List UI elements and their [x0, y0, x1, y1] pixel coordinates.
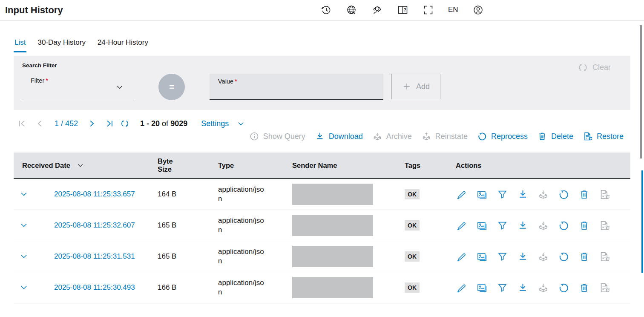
expand-row-icon[interactable] [19, 221, 29, 230]
globe-icon[interactable] [345, 3, 358, 16]
tab-30-day-history[interactable]: 30-Day History [37, 38, 86, 52]
last-page-icon[interactable] [104, 118, 115, 129]
restore-icon[interactable] [599, 220, 610, 231]
expand-row-icon[interactable] [19, 283, 29, 292]
show-query-button[interactable]: Show Query [249, 131, 305, 141]
byte-size-cell: 165 B [158, 221, 218, 230]
status-badge: OK [405, 220, 420, 231]
archive-icon[interactable] [538, 251, 549, 262]
edit-icon[interactable] [456, 251, 467, 262]
reprocess-button[interactable]: Reprocess [477, 131, 528, 141]
status-badge: OK [405, 189, 420, 199]
history-icon[interactable] [319, 3, 332, 16]
row-actions [456, 220, 630, 231]
restore-icon[interactable] [599, 251, 610, 262]
reprocess-icon[interactable] [558, 220, 569, 231]
restore-icon[interactable] [599, 282, 610, 294]
chevron-down-icon [236, 119, 245, 128]
reprocess-icon[interactable] [558, 251, 569, 262]
table-scrollbar-thumb[interactable] [641, 170, 643, 273]
trash-icon[interactable] [578, 282, 590, 294]
download-icon[interactable] [517, 282, 529, 294]
tags-cell: OK [405, 189, 456, 199]
edit-icon[interactable] [456, 282, 467, 294]
received-date-link[interactable]: 2025-08-08 11:25:30.493 [54, 283, 158, 292]
row-actions [456, 251, 630, 262]
sender-name-redacted [292, 246, 373, 267]
previous-page-icon[interactable] [35, 118, 45, 129]
page-indicator[interactable]: 1 / 452 [55, 119, 78, 128]
type-cell: application/json [218, 247, 265, 266]
funnel-icon[interactable] [497, 282, 508, 294]
clear-button[interactable]: Clear [575, 62, 613, 73]
sender-name-cell [292, 277, 405, 298]
trash-icon[interactable] [578, 189, 590, 200]
plus-icon [402, 82, 411, 91]
restore-icon[interactable] [599, 189, 610, 200]
restore-button[interactable]: Restore [583, 131, 624, 141]
trash-icon[interactable] [578, 251, 590, 262]
download-icon[interactable] [517, 251, 529, 262]
vertical-scrollbar-thumb[interactable] [640, 25, 642, 158]
funnel-icon[interactable] [497, 189, 508, 200]
main-content: List 30-Day History 24-Hour History Sear… [14, 38, 630, 303]
received-date-link[interactable]: 2025-08-08 11:25:32.607 [54, 221, 158, 230]
settings-button[interactable]: Settings [201, 119, 245, 128]
download-button[interactable]: Download [315, 131, 363, 141]
image-icon[interactable] [476, 220, 488, 231]
table-row: 2025-08-08 11:25:32.607 165 B applicatio… [14, 210, 630, 241]
next-page-icon[interactable] [86, 118, 97, 129]
download-icon[interactable] [517, 189, 529, 200]
reinstate-button[interactable]: Reinstate [421, 131, 468, 141]
column-header-actions: Actions [456, 161, 630, 170]
download-icon[interactable] [517, 220, 529, 231]
support-icon[interactable] [371, 3, 383, 16]
edit-icon[interactable] [456, 189, 467, 200]
row-actions [456, 282, 630, 294]
image-icon[interactable] [476, 282, 488, 294]
expand-row-icon[interactable] [19, 190, 29, 199]
reinstate-icon [421, 131, 431, 141]
archive-icon[interactable] [538, 189, 549, 200]
input-history-table: Received Date Byte Size Type Sender Name… [14, 153, 630, 303]
archive-icon[interactable] [538, 220, 549, 231]
reprocess-icon[interactable] [558, 189, 569, 200]
archive-icon[interactable] [538, 282, 549, 294]
column-header-tags: Tags [405, 161, 456, 170]
trash-icon[interactable] [578, 220, 590, 231]
search-filter-title: Search Filter [22, 62, 622, 69]
received-date-link[interactable]: 2025-08-08 11:25:33.657 [54, 190, 158, 199]
delete-button[interactable]: Delete [537, 131, 573, 141]
tab-24-hour-history[interactable]: 24-Hour History [97, 38, 149, 52]
filter-dropdown[interactable]: Filter* [22, 74, 134, 99]
reprocess-icon[interactable] [558, 282, 569, 294]
column-header-received-date[interactable]: Received Date [19, 161, 158, 170]
funnel-icon[interactable] [497, 251, 508, 262]
language-selector[interactable]: EN [447, 6, 459, 14]
edit-icon[interactable] [456, 220, 467, 231]
sort-descending-icon [76, 161, 84, 170]
status-badge: OK [405, 251, 420, 262]
refresh-icon[interactable] [120, 118, 130, 129]
image-icon[interactable] [476, 251, 488, 262]
first-page-icon[interactable] [17, 118, 27, 129]
table-header-row: Received Date Byte Size Type Sender Name… [14, 153, 630, 179]
tags-cell: OK [405, 251, 456, 262]
value-input[interactable] [218, 86, 379, 95]
tab-list[interactable]: List [14, 38, 26, 52]
result-range: 1 - 20 of 9029 [140, 119, 187, 128]
received-date-link[interactable]: 2025-08-08 11:25:31.531 [54, 252, 158, 261]
table-row: 2025-08-08 11:25:30.493 166 B applicatio… [14, 272, 630, 303]
profile-icon[interactable] [472, 3, 485, 16]
value-field[interactable]: Value* [210, 74, 383, 100]
image-icon[interactable] [476, 189, 488, 200]
fullscreen-icon[interactable] [422, 3, 434, 16]
expand-row-icon[interactable] [19, 252, 29, 261]
funnel-icon[interactable] [497, 220, 508, 231]
archive-button[interactable]: Archive [372, 131, 412, 141]
pagination-bar: 1 / 452 1 - 20 of 9029 Settings [14, 118, 630, 129]
sender-name-redacted [292, 184, 373, 205]
help-icon[interactable] [396, 3, 409, 16]
column-header-byte-size: Byte Size [158, 157, 179, 173]
add-button[interactable]: Add [391, 74, 440, 99]
